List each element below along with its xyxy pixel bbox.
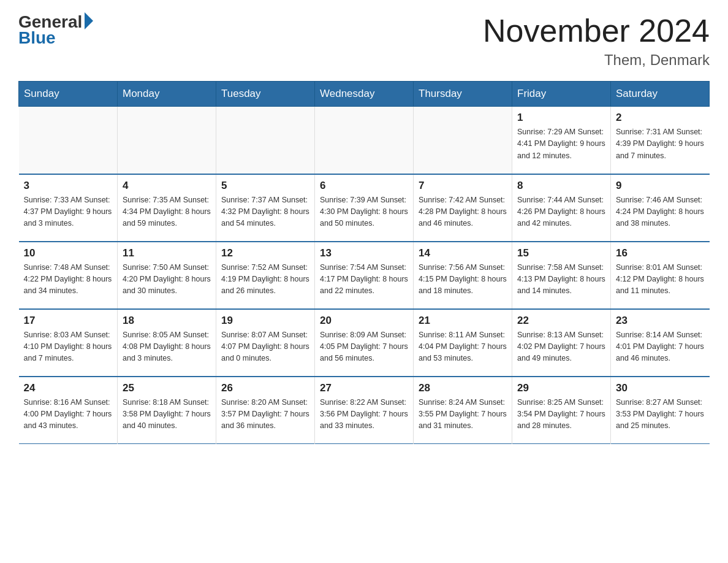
- day-info: Sunrise: 7:35 AM Sunset: 4:34 PM Dayligh…: [123, 194, 211, 230]
- day-info: Sunrise: 7:44 AM Sunset: 4:26 PM Dayligh…: [517, 194, 605, 230]
- day-number: 17: [24, 315, 113, 327]
- calendar-cell: 5Sunrise: 7:37 AM Sunset: 4:32 PM Daylig…: [216, 174, 315, 242]
- day-number: 25: [123, 382, 211, 394]
- day-number: 30: [616, 382, 705, 394]
- calendar-cell: 16Sunrise: 8:01 AM Sunset: 4:12 PM Dayli…: [611, 242, 710, 309]
- calendar-cell: 1Sunrise: 7:29 AM Sunset: 4:41 PM Daylig…: [512, 107, 611, 174]
- day-number: 12: [221, 247, 309, 259]
- day-info: Sunrise: 7:52 AM Sunset: 4:19 PM Dayligh…: [221, 262, 309, 297]
- calendar-cell: [19, 107, 118, 174]
- day-info: Sunrise: 7:31 AM Sunset: 4:39 PM Dayligh…: [616, 126, 705, 162]
- calendar-week-5: 24Sunrise: 8:16 AM Sunset: 4:00 PM Dayli…: [19, 377, 710, 444]
- day-info: Sunrise: 8:27 AM Sunset: 3:53 PM Dayligh…: [616, 397, 705, 432]
- day-info: Sunrise: 7:50 AM Sunset: 4:20 PM Dayligh…: [123, 262, 211, 297]
- day-info: Sunrise: 7:33 AM Sunset: 4:37 PM Dayligh…: [24, 194, 113, 230]
- calendar-cell: 8Sunrise: 7:44 AM Sunset: 4:26 PM Daylig…: [512, 174, 611, 242]
- day-info: Sunrise: 7:46 AM Sunset: 4:24 PM Dayligh…: [616, 194, 705, 230]
- calendar-cell: 10Sunrise: 7:48 AM Sunset: 4:22 PM Dayli…: [19, 242, 118, 309]
- day-info: Sunrise: 7:29 AM Sunset: 4:41 PM Dayligh…: [517, 126, 605, 162]
- day-info: Sunrise: 8:25 AM Sunset: 3:54 PM Dayligh…: [517, 397, 605, 432]
- calendar-header: SundayMondayTuesdayWednesdayThursdayFrid…: [19, 82, 710, 107]
- day-number: 5: [221, 180, 309, 192]
- day-info: Sunrise: 8:11 AM Sunset: 4:04 PM Dayligh…: [419, 329, 507, 365]
- calendar-week-1: 1Sunrise: 7:29 AM Sunset: 4:41 PM Daylig…: [19, 107, 710, 174]
- page-header: General Blue November 2024 Them, Denmark: [18, 12, 710, 69]
- weekday-header-thursday: Thursday: [414, 82, 512, 107]
- day-info: Sunrise: 7:42 AM Sunset: 4:28 PM Dayligh…: [419, 194, 507, 230]
- logo-blue-text: Blue: [18, 28, 56, 48]
- weekday-header-saturday: Saturday: [611, 82, 710, 107]
- day-number: 29: [517, 382, 605, 394]
- calendar-cell: 7Sunrise: 7:42 AM Sunset: 4:28 PM Daylig…: [414, 174, 512, 242]
- title-section: November 2024 Them, Denmark: [483, 12, 710, 69]
- day-number: 1: [517, 112, 605, 124]
- day-number: 18: [123, 315, 211, 327]
- day-number: 6: [320, 180, 408, 192]
- day-info: Sunrise: 8:03 AM Sunset: 4:10 PM Dayligh…: [24, 329, 113, 365]
- day-number: 19: [221, 315, 309, 327]
- day-number: 8: [517, 180, 605, 192]
- calendar-cell: [216, 107, 315, 174]
- calendar-cell: 2Sunrise: 7:31 AM Sunset: 4:39 PM Daylig…: [611, 107, 710, 174]
- calendar-cell: [315, 107, 414, 174]
- weekday-header-monday: Monday: [118, 82, 216, 107]
- day-number: 26: [221, 382, 309, 394]
- calendar-table: SundayMondayTuesdayWednesdayThursdayFrid…: [18, 81, 710, 444]
- calendar-title: November 2024: [483, 12, 710, 49]
- calendar-week-4: 17Sunrise: 8:03 AM Sunset: 4:10 PM Dayli…: [19, 309, 710, 377]
- calendar-cell: 14Sunrise: 7:56 AM Sunset: 4:15 PM Dayli…: [414, 242, 512, 309]
- calendar-week-2: 3Sunrise: 7:33 AM Sunset: 4:37 PM Daylig…: [19, 174, 710, 242]
- calendar-week-3: 10Sunrise: 7:48 AM Sunset: 4:22 PM Dayli…: [19, 242, 710, 309]
- calendar-body: 1Sunrise: 7:29 AM Sunset: 4:41 PM Daylig…: [19, 107, 710, 444]
- day-info: Sunrise: 8:14 AM Sunset: 4:01 PM Dayligh…: [616, 329, 705, 365]
- day-number: 27: [320, 382, 408, 394]
- day-info: Sunrise: 7:54 AM Sunset: 4:17 PM Dayligh…: [320, 262, 408, 297]
- calendar-cell: 11Sunrise: 7:50 AM Sunset: 4:20 PM Dayli…: [118, 242, 216, 309]
- weekday-header-friday: Friday: [512, 82, 611, 107]
- day-number: 14: [419, 247, 507, 259]
- logo: General Blue: [18, 12, 93, 48]
- day-number: 9: [616, 180, 705, 192]
- calendar-cell: [414, 107, 512, 174]
- day-info: Sunrise: 8:20 AM Sunset: 3:57 PM Dayligh…: [221, 397, 309, 432]
- day-number: 13: [320, 247, 408, 259]
- calendar-cell: 23Sunrise: 8:14 AM Sunset: 4:01 PM Dayli…: [611, 309, 710, 377]
- day-info: Sunrise: 8:16 AM Sunset: 4:00 PM Dayligh…: [24, 397, 113, 432]
- day-info: Sunrise: 7:58 AM Sunset: 4:13 PM Dayligh…: [517, 262, 605, 297]
- calendar-cell: 18Sunrise: 8:05 AM Sunset: 4:08 PM Dayli…: [118, 309, 216, 377]
- day-number: 24: [24, 382, 113, 394]
- weekday-header-row: SundayMondayTuesdayWednesdayThursdayFrid…: [19, 82, 710, 107]
- day-number: 4: [123, 180, 211, 192]
- day-info: Sunrise: 8:24 AM Sunset: 3:55 PM Dayligh…: [419, 397, 507, 432]
- calendar-cell: 12Sunrise: 7:52 AM Sunset: 4:19 PM Dayli…: [216, 242, 315, 309]
- day-number: 21: [419, 315, 507, 327]
- calendar-cell: 22Sunrise: 8:13 AM Sunset: 4:02 PM Dayli…: [512, 309, 611, 377]
- calendar-cell: 17Sunrise: 8:03 AM Sunset: 4:10 PM Dayli…: [19, 309, 118, 377]
- calendar-cell: 27Sunrise: 8:22 AM Sunset: 3:56 PM Dayli…: [315, 377, 414, 444]
- calendar-cell: 4Sunrise: 7:35 AM Sunset: 4:34 PM Daylig…: [118, 174, 216, 242]
- day-number: 28: [419, 382, 507, 394]
- day-info: Sunrise: 8:09 AM Sunset: 4:05 PM Dayligh…: [320, 329, 408, 365]
- day-info: Sunrise: 8:18 AM Sunset: 3:58 PM Dayligh…: [123, 397, 211, 432]
- day-number: 20: [320, 315, 408, 327]
- calendar-cell: 28Sunrise: 8:24 AM Sunset: 3:55 PM Dayli…: [414, 377, 512, 444]
- calendar-cell: 6Sunrise: 7:39 AM Sunset: 4:30 PM Daylig…: [315, 174, 414, 242]
- calendar-cell: 21Sunrise: 8:11 AM Sunset: 4:04 PM Dayli…: [414, 309, 512, 377]
- day-number: 15: [517, 247, 605, 259]
- calendar-cell: 9Sunrise: 7:46 AM Sunset: 4:24 PM Daylig…: [611, 174, 710, 242]
- day-info: Sunrise: 7:56 AM Sunset: 4:15 PM Dayligh…: [419, 262, 507, 297]
- calendar-cell: 13Sunrise: 7:54 AM Sunset: 4:17 PM Dayli…: [315, 242, 414, 309]
- day-number: 16: [616, 247, 705, 259]
- day-number: 23: [616, 315, 705, 327]
- day-info: Sunrise: 8:13 AM Sunset: 4:02 PM Dayligh…: [517, 329, 605, 365]
- calendar-cell: 19Sunrise: 8:07 AM Sunset: 4:07 PM Dayli…: [216, 309, 315, 377]
- day-info: Sunrise: 7:39 AM Sunset: 4:30 PM Dayligh…: [320, 194, 408, 230]
- day-number: 7: [419, 180, 507, 192]
- weekday-header-sunday: Sunday: [19, 82, 118, 107]
- calendar-cell: 30Sunrise: 8:27 AM Sunset: 3:53 PM Dayli…: [611, 377, 710, 444]
- day-info: Sunrise: 8:07 AM Sunset: 4:07 PM Dayligh…: [221, 329, 309, 365]
- day-info: Sunrise: 8:05 AM Sunset: 4:08 PM Dayligh…: [123, 329, 211, 365]
- day-info: Sunrise: 8:22 AM Sunset: 3:56 PM Dayligh…: [320, 397, 408, 432]
- day-number: 3: [24, 180, 113, 192]
- day-info: Sunrise: 7:48 AM Sunset: 4:22 PM Dayligh…: [24, 262, 113, 297]
